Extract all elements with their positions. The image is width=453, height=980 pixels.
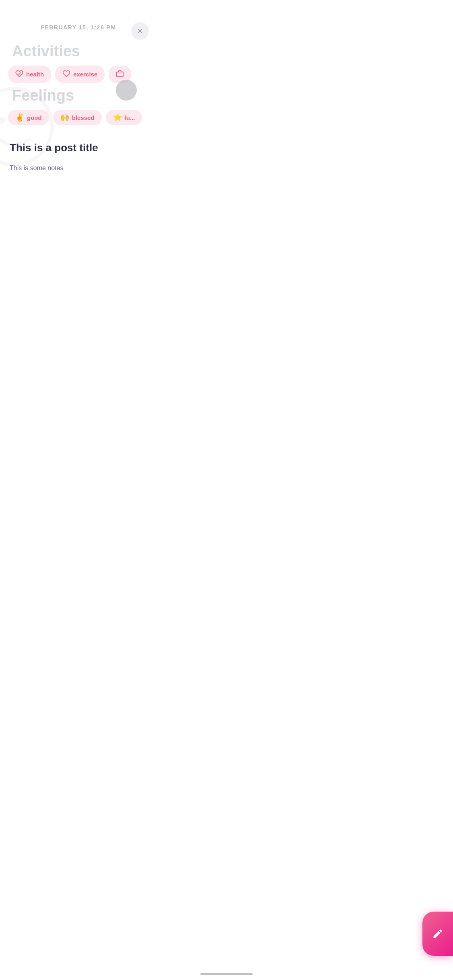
health-icon <box>15 70 23 79</box>
post-content: This is a post title This is some notes <box>0 125 157 181</box>
header: FEBRUARY 15, 1:26 PM <box>0 0 157 39</box>
work-icon <box>116 70 124 79</box>
post-title: This is a post title <box>10 141 147 155</box>
tag-lucky[interactable]: ⭐ lu... <box>106 110 142 125</box>
blessed-icon: 🙌 <box>60 114 69 121</box>
health-label: health <box>26 71 44 78</box>
lucky-label: lu... <box>125 114 135 121</box>
tag-blessed[interactable]: 🙌 blessed <box>53 110 102 125</box>
activities-section: Activities health <box>0 43 157 83</box>
tag-health[interactable]: health <box>8 66 51 83</box>
activities-title: Activities <box>8 43 149 60</box>
blessed-label: blessed <box>72 114 95 121</box>
post-notes: This is some notes <box>10 163 147 173</box>
floating-circle <box>116 80 137 101</box>
feelings-tags-row: ✌️ good 🙌 blessed ⭐ lu... <box>0 110 157 125</box>
tag-good[interactable]: ✌️ good <box>8 110 49 125</box>
exercise-icon <box>62 70 70 79</box>
header-date: FEBRUARY 15, 1:26 PM <box>41 24 116 31</box>
page-wrapper: FEBRUARY 15, 1:26 PM Activities <box>0 0 157 340</box>
close-button[interactable] <box>131 22 149 40</box>
tag-exercise[interactable]: exercise <box>55 66 105 83</box>
good-icon: ✌️ <box>15 114 24 121</box>
lucky-icon: ⭐ <box>113 114 122 121</box>
good-label: good <box>27 114 42 121</box>
svg-rect-5 <box>117 72 124 77</box>
exercise-label: exercise <box>73 71 97 78</box>
